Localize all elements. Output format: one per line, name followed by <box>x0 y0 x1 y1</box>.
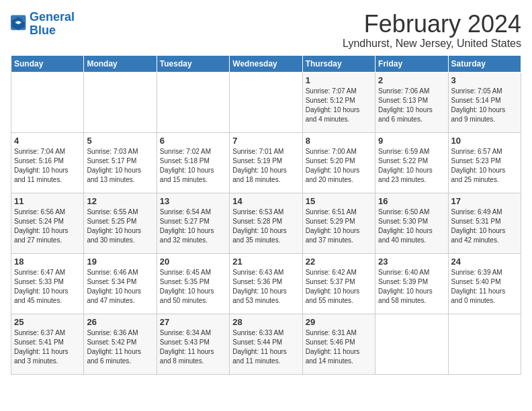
calendar-table: SundayMondayTuesdayWednesdayThursdayFrid… <box>11 55 521 375</box>
day-detail: Sunrise: 6:51 AM Sunset: 5:29 PM Dayligh… <box>306 208 372 245</box>
calendar-cell <box>448 314 521 374</box>
logo: General Blue <box>11 11 75 38</box>
day-number: 15 <box>306 196 372 206</box>
calendar-cell: 11Sunrise: 6:56 AM Sunset: 5:24 PM Dayli… <box>11 193 84 253</box>
month-title: February 2024 <box>343 11 521 38</box>
day-number: 7 <box>232 136 299 146</box>
day-detail: Sunrise: 6:40 AM Sunset: 5:39 PM Dayligh… <box>378 268 445 306</box>
day-detail: Sunrise: 7:03 AM Sunset: 5:17 PM Dayligh… <box>87 147 153 185</box>
day-number: 3 <box>451 75 518 85</box>
day-detail: Sunrise: 6:47 AM Sunset: 5:33 PM Dayligh… <box>14 268 81 306</box>
day-detail: Sunrise: 6:46 AM Sunset: 5:34 PM Dayligh… <box>87 268 153 306</box>
day-header-wednesday: Wednesday <box>230 55 302 72</box>
day-header-tuesday: Tuesday <box>157 55 229 72</box>
calendar-cell: 8Sunrise: 7:00 AM Sunset: 5:20 PM Daylig… <box>302 132 375 193</box>
calendar-cell: 22Sunrise: 6:42 AM Sunset: 5:37 PM Dayli… <box>302 253 375 314</box>
day-detail: Sunrise: 7:04 AM Sunset: 5:16 PM Dayligh… <box>14 147 81 185</box>
day-detail: Sunrise: 6:36 AM Sunset: 5:42 PM Dayligh… <box>87 328 153 366</box>
day-header-saturday: Saturday <box>448 55 521 72</box>
calendar-cell: 4Sunrise: 7:04 AM Sunset: 5:16 PM Daylig… <box>11 132 84 193</box>
day-number: 24 <box>451 257 518 267</box>
calendar-cell: 3Sunrise: 7:05 AM Sunset: 5:14 PM Daylig… <box>448 72 521 132</box>
day-detail: Sunrise: 7:05 AM Sunset: 5:14 PM Dayligh… <box>451 87 518 124</box>
day-number: 22 <box>306 257 372 267</box>
day-detail: Sunrise: 7:00 AM Sunset: 5:20 PM Dayligh… <box>306 147 372 185</box>
day-header-thursday: Thursday <box>302 55 375 72</box>
calendar-cell: 16Sunrise: 6:50 AM Sunset: 5:30 PM Dayli… <box>375 193 448 253</box>
day-number: 29 <box>306 317 372 327</box>
day-number: 12 <box>87 196 153 206</box>
calendar-week-row: 18Sunrise: 6:47 AM Sunset: 5:33 PM Dayli… <box>11 253 521 314</box>
day-detail: Sunrise: 7:07 AM Sunset: 5:12 PM Dayligh… <box>306 87 372 124</box>
day-detail: Sunrise: 6:59 AM Sunset: 5:22 PM Dayligh… <box>378 147 445 185</box>
day-detail: Sunrise: 6:50 AM Sunset: 5:30 PM Dayligh… <box>378 208 445 245</box>
calendar-cell: 17Sunrise: 6:49 AM Sunset: 5:31 PM Dayli… <box>448 193 521 253</box>
calendar-cell: 1Sunrise: 7:07 AM Sunset: 5:12 PM Daylig… <box>302 72 375 132</box>
day-number: 18 <box>14 257 81 267</box>
title-block: February 2024 Lyndhurst, New Jersey, Uni… <box>343 11 521 50</box>
day-detail: Sunrise: 7:06 AM Sunset: 5:13 PM Dayligh… <box>378 87 445 124</box>
day-detail: Sunrise: 6:49 AM Sunset: 5:31 PM Dayligh… <box>451 208 518 245</box>
calendar-cell: 25Sunrise: 6:37 AM Sunset: 5:41 PM Dayli… <box>11 314 84 374</box>
calendar-header-row: SundayMondayTuesdayWednesdayThursdayFrid… <box>11 55 521 72</box>
day-detail: Sunrise: 6:43 AM Sunset: 5:36 PM Dayligh… <box>232 268 299 306</box>
day-detail: Sunrise: 6:37 AM Sunset: 5:41 PM Dayligh… <box>14 328 81 366</box>
day-detail: Sunrise: 6:54 AM Sunset: 5:27 PM Dayligh… <box>160 208 226 245</box>
calendar-cell <box>230 72 302 132</box>
calendar-cell <box>157 72 229 132</box>
day-number: 1 <box>306 75 372 85</box>
day-detail: Sunrise: 6:42 AM Sunset: 5:37 PM Dayligh… <box>306 268 372 306</box>
day-number: 6 <box>160 136 226 146</box>
day-header-monday: Monday <box>84 55 157 72</box>
day-number: 16 <box>378 196 445 206</box>
day-detail: Sunrise: 6:57 AM Sunset: 5:23 PM Dayligh… <box>451 147 518 185</box>
calendar-cell: 2Sunrise: 7:06 AM Sunset: 5:13 PM Daylig… <box>375 72 448 132</box>
day-number: 14 <box>232 196 299 206</box>
day-number: 27 <box>160 317 226 327</box>
day-detail: Sunrise: 6:33 AM Sunset: 5:44 PM Dayligh… <box>232 328 299 366</box>
day-number: 5 <box>87 136 153 146</box>
day-number: 9 <box>378 136 445 146</box>
day-header-friday: Friday <box>375 55 448 72</box>
calendar-cell <box>84 72 157 132</box>
day-detail: Sunrise: 6:55 AM Sunset: 5:25 PM Dayligh… <box>87 208 153 245</box>
day-number: 13 <box>160 196 226 206</box>
calendar-cell: 21Sunrise: 6:43 AM Sunset: 5:36 PM Dayli… <box>230 253 302 314</box>
calendar-cell <box>11 72 84 132</box>
day-detail: Sunrise: 6:45 AM Sunset: 5:35 PM Dayligh… <box>160 268 226 306</box>
calendar-cell: 9Sunrise: 6:59 AM Sunset: 5:22 PM Daylig… <box>375 132 448 193</box>
day-number: 11 <box>14 196 81 206</box>
calendar-cell: 20Sunrise: 6:45 AM Sunset: 5:35 PM Dayli… <box>157 253 229 314</box>
day-number: 28 <box>232 317 299 327</box>
calendar-cell: 23Sunrise: 6:40 AM Sunset: 5:39 PM Dayli… <box>375 253 448 314</box>
logo-icon <box>11 15 27 34</box>
location-title: Lyndhurst, New Jersey, United States <box>343 38 521 50</box>
calendar-cell: 12Sunrise: 6:55 AM Sunset: 5:25 PM Dayli… <box>84 193 157 253</box>
day-detail: Sunrise: 7:02 AM Sunset: 5:18 PM Dayligh… <box>160 147 226 185</box>
calendar-cell: 10Sunrise: 6:57 AM Sunset: 5:23 PM Dayli… <box>448 132 521 193</box>
day-number: 2 <box>378 75 445 85</box>
day-number: 21 <box>232 257 299 267</box>
calendar-cell: 18Sunrise: 6:47 AM Sunset: 5:33 PM Dayli… <box>11 253 84 314</box>
calendar-cell <box>375 314 448 374</box>
calendar-week-row: 4Sunrise: 7:04 AM Sunset: 5:16 PM Daylig… <box>11 132 521 193</box>
day-number: 25 <box>14 317 81 327</box>
day-number: 4 <box>14 136 81 146</box>
calendar-cell: 6Sunrise: 7:02 AM Sunset: 5:18 PM Daylig… <box>157 132 229 193</box>
calendar-cell: 7Sunrise: 7:01 AM Sunset: 5:19 PM Daylig… <box>230 132 302 193</box>
calendar-cell: 28Sunrise: 6:33 AM Sunset: 5:44 PM Dayli… <box>230 314 302 374</box>
logo-text: General Blue <box>30 11 75 38</box>
calendar-week-row: 1Sunrise: 7:07 AM Sunset: 5:12 PM Daylig… <box>11 72 521 132</box>
calendar-cell: 14Sunrise: 6:53 AM Sunset: 5:28 PM Dayli… <box>230 193 302 253</box>
day-detail: Sunrise: 6:31 AM Sunset: 5:46 PM Dayligh… <box>306 328 372 366</box>
day-number: 10 <box>451 136 518 146</box>
day-number: 17 <box>451 196 518 206</box>
calendar-cell: 29Sunrise: 6:31 AM Sunset: 5:46 PM Dayli… <box>302 314 375 374</box>
day-number: 20 <box>160 257 226 267</box>
calendar-week-row: 25Sunrise: 6:37 AM Sunset: 5:41 PM Dayli… <box>11 314 521 374</box>
calendar-cell: 5Sunrise: 7:03 AM Sunset: 5:17 PM Daylig… <box>84 132 157 193</box>
calendar-cell: 24Sunrise: 6:39 AM Sunset: 5:40 PM Dayli… <box>448 253 521 314</box>
day-number: 26 <box>87 317 153 327</box>
day-detail: Sunrise: 6:39 AM Sunset: 5:40 PM Dayligh… <box>451 268 518 306</box>
day-number: 8 <box>306 136 372 146</box>
